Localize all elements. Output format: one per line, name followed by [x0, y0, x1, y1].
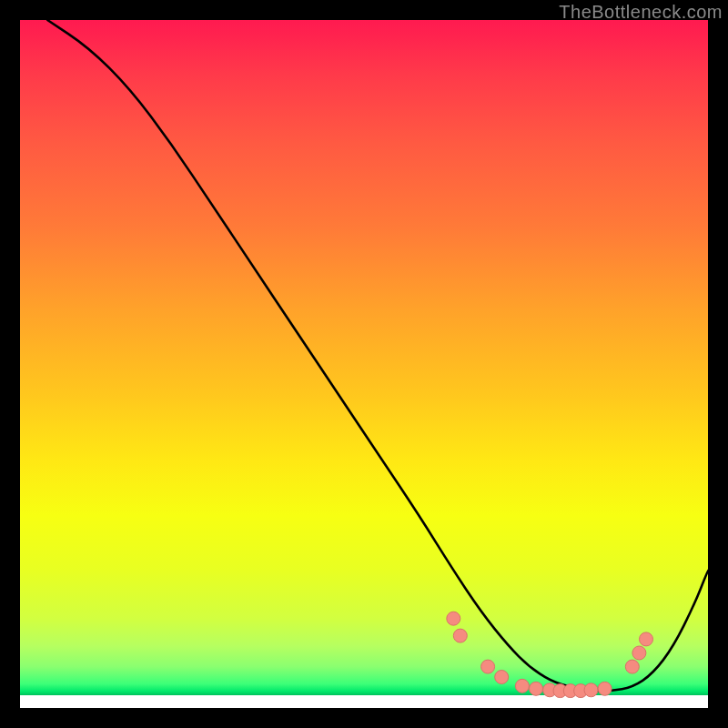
dot-layer	[447, 612, 653, 697]
curve-dot	[632, 646, 646, 660]
curve-dot	[481, 660, 495, 673]
curve-dot	[495, 671, 509, 684]
watermark-text: TheBottleneck.com	[559, 2, 723, 23]
chart-svg	[20, 20, 708, 708]
curve-path	[47, 20, 708, 691]
curve-dot	[584, 683, 598, 697]
chart-frame: TheBottleneck.com	[0, 0, 728, 728]
curve-dot	[598, 682, 612, 695]
curve-dot	[640, 632, 653, 646]
curve-dot	[530, 682, 543, 695]
curve-dot	[515, 679, 529, 693]
curve-dot	[625, 660, 639, 673]
curve-dot	[447, 612, 460, 625]
curve-dot	[453, 629, 467, 642]
